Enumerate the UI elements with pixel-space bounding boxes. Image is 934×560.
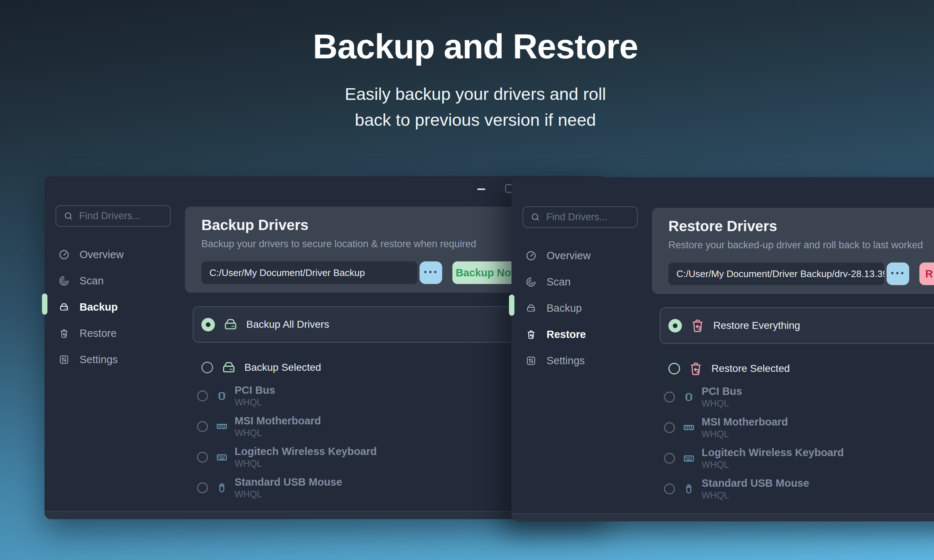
radio-unselected[interactable] — [664, 483, 675, 494]
sidebar-item-settings[interactable]: Settings — [512, 348, 652, 374]
device-row-msi-motherboard[interactable]: MSI MotherboardWHQL — [660, 412, 934, 443]
device-row-logitech-keyboard[interactable]: Logitech Wireless KeyboardWHQL — [660, 443, 934, 474]
chip-icon — [215, 389, 228, 403]
device-row-pci-bus[interactable]: PCI BusWHQL — [660, 382, 934, 412]
mouse-icon — [682, 482, 695, 495]
gauge-icon — [526, 250, 537, 262]
device-row-usb-mouse[interactable]: Standard USB MouseWHQL — [660, 474, 934, 504]
device-cert: WHQL — [701, 490, 809, 501]
browse-button[interactable]: ··· — [419, 262, 442, 284]
radio-unselected[interactable] — [664, 392, 675, 403]
device-cert: WHQL — [234, 458, 377, 469]
page-background: Backup and Restore Easily backup your dr… — [0, 0, 934, 560]
restore-path-field[interactable]: C:/User/My Document/Driver Backup/drv-28… — [668, 263, 885, 285]
radio-unselected[interactable] — [197, 421, 208, 432]
device-name: PCI Bus — [701, 385, 742, 397]
device-cert: WHQL — [701, 459, 844, 470]
restore-window: Overview Scan Backup Restore Settings Re… — [512, 177, 934, 522]
sidebar-item-label: Scan — [80, 275, 103, 287]
device-cert: WHQL — [234, 397, 275, 408]
radio-selected[interactable] — [201, 318, 215, 331]
search-input[interactable] — [79, 210, 159, 222]
sidebar-item-label: Backup — [80, 301, 118, 313]
mouse-icon — [215, 481, 228, 494]
option-label: Restore Everything — [713, 320, 800, 331]
minimize-button[interactable] — [477, 188, 485, 190]
trash-restore-icon — [689, 317, 706, 334]
device-cert: WHQL — [701, 429, 788, 439]
device-name: PCI Bus — [234, 384, 275, 396]
sidebar-item-backup[interactable]: Backup — [512, 295, 652, 321]
device-name: MSI Motherboard — [234, 415, 321, 426]
keyboard-icon — [682, 452, 695, 465]
sliders-icon — [526, 355, 537, 366]
ram-icon — [215, 420, 228, 433]
sidebar-item-settings[interactable]: Settings — [45, 346, 185, 372]
sidebar-item-overview[interactable]: Overview — [45, 242, 185, 268]
sidebar-item-label: Overview — [80, 249, 124, 261]
search-icon — [530, 212, 540, 222]
sidebar: Overview Scan Backup Restore Settings — [512, 242, 652, 374]
sidebar-item-label: Scan — [547, 276, 570, 288]
ram-icon — [682, 421, 695, 434]
sidebar-item-label: Settings — [547, 355, 585, 367]
radio-unselected[interactable] — [664, 422, 675, 433]
radio-unselected[interactable] — [197, 482, 208, 493]
radar-icon — [59, 275, 70, 286]
restore-now-button[interactable]: R — [919, 263, 934, 285]
hero: Backup and Restore Easily backup your dr… — [0, 27, 934, 133]
radio-unselected[interactable] — [197, 391, 208, 402]
page-subtitle-line1: Easily backup your drivers and roll — [0, 81, 934, 107]
sidebar-item-backup[interactable]: Backup — [45, 294, 185, 320]
browse-button[interactable]: ··· — [886, 263, 909, 285]
panel-description: Restore your backed-up driver and roll b… — [668, 240, 934, 251]
radio-unselected[interactable] — [668, 363, 680, 374]
device-cert: WHQL — [701, 398, 742, 409]
option-restore-selected[interactable]: Restore Selected — [660, 355, 934, 382]
page-subtitle-line2: back to previous version if need — [0, 107, 934, 133]
sidebar-item-scan[interactable]: Scan — [512, 269, 652, 295]
device-name: Standard USB Mouse — [234, 476, 342, 488]
drive-icon — [220, 359, 237, 376]
device-cert: WHQL — [234, 428, 321, 438]
radio-unselected[interactable] — [664, 453, 675, 464]
drive-icon — [59, 302, 70, 313]
path-row: C:/User/My Document/Driver Backup/drv-28… — [668, 263, 934, 285]
option-label: Backup Selected — [244, 362, 321, 373]
search-input[interactable] — [546, 211, 626, 223]
radio-unselected[interactable] — [201, 362, 213, 373]
chip-icon — [682, 391, 695, 404]
backup-path-field[interactable]: C:/User/My Document/Driver Backup — [201, 262, 418, 284]
path-row: C:/User/My Document/Driver Backup ··· Ba… — [201, 262, 522, 284]
sidebar: Overview Scan Backup Restore Settings — [45, 242, 185, 372]
gauge-icon — [59, 249, 70, 260]
page-title: Backup and Restore — [0, 27, 934, 66]
sidebar-item-restore[interactable]: Restore — [45, 320, 185, 346]
option-restore-everything[interactable]: Restore Everything — [660, 307, 934, 344]
search-icon — [63, 211, 73, 221]
trash-restore-icon — [687, 360, 704, 377]
drive-icon — [222, 316, 239, 333]
search-box[interactable] — [522, 206, 638, 228]
restore-panel: Restore Drivers Restore your backed-up d… — [652, 208, 934, 294]
drive-icon — [526, 303, 537, 314]
device-name: MSI Motherboard — [701, 416, 788, 428]
sidebar-item-restore[interactable]: Restore — [512, 321, 652, 348]
panel-title: Restore Drivers — [668, 218, 934, 234]
device-cert: WHQL — [234, 489, 342, 500]
sidebar-item-label: Overview — [547, 250, 591, 262]
sliders-icon — [59, 354, 70, 365]
trash-restore-icon — [59, 328, 70, 339]
sidebar-item-overview[interactable]: Overview — [512, 242, 652, 269]
radio-unselected[interactable] — [197, 452, 208, 463]
keyboard-icon — [215, 451, 228, 464]
device-name: Logitech Wireless Keyboard — [234, 446, 377, 457]
option-label: Backup All Drivers — [246, 318, 329, 330]
sidebar-item-label: Settings — [80, 354, 118, 366]
option-label: Restore Selected — [711, 363, 790, 374]
trash-restore-icon — [526, 329, 537, 340]
search-box[interactable] — [55, 205, 171, 227]
radio-selected[interactable] — [668, 319, 682, 332]
sidebar-item-label: Restore — [80, 328, 117, 339]
sidebar-item-scan[interactable]: Scan — [45, 268, 185, 294]
